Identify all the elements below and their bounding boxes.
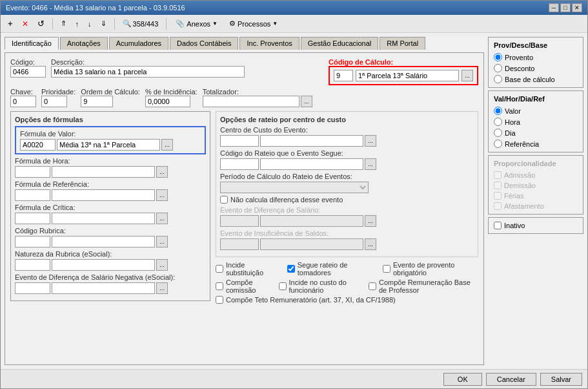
formula-valor-code-input[interactable] — [20, 139, 56, 151]
evento-provento-checkbox[interactable] — [383, 265, 390, 273]
ferias-checkbox[interactable] — [494, 192, 502, 200]
codigo-input[interactable] — [10, 66, 46, 78]
cancelar-button[interactable]: Cancelar — [486, 373, 536, 386]
evento-insuf-saldos-desc-input[interactable] — [260, 238, 363, 250]
nao-calcula-checkbox[interactable] — [220, 196, 228, 204]
prioridade-label: Prioridade: — [41, 88, 76, 96]
compoe-comissao-checkbox[interactable] — [216, 282, 223, 290]
compoe-teto-checkbox[interactable] — [216, 296, 223, 304]
codigo-rateio-browse-btn[interactable]: ... — [365, 158, 376, 170]
move-top-button[interactable]: ⇑ — [57, 17, 70, 30]
radio-dia[interactable] — [494, 129, 502, 137]
natureza-rubrica-browse-btn[interactable]: ... — [156, 259, 168, 271]
move-up-button[interactable]: ↑ — [72, 18, 83, 30]
evento-insuf-saldos-browse-btn[interactable]: ... — [365, 238, 376, 250]
close-button[interactable]: ✕ — [572, 3, 582, 12]
formula-referencia-browse-btn[interactable]: ... — [156, 189, 168, 201]
salvar-button[interactable]: Salvar — [540, 373, 582, 386]
processos-dropdown[interactable]: ⚙ Processos ▼ — [225, 17, 282, 30]
incide-substituicao-checkbox[interactable] — [216, 265, 223, 273]
tab-anotacoes[interactable]: Anotações — [60, 37, 108, 50]
codigo-label: Código: — [10, 58, 46, 66]
radio-hora[interactable] — [494, 118, 502, 126]
evento-dif-neg-browse-btn[interactable]: ... — [156, 282, 168, 294]
admissao-checkbox[interactable] — [494, 171, 502, 179]
evento-dif-salario-browse-btn[interactable]: ... — [365, 215, 376, 227]
natureza-rubrica-desc-input[interactable] — [52, 259, 155, 271]
segue-rateio-checkbox[interactable] — [287, 265, 295, 273]
formula-valor-desc-input[interactable] — [57, 139, 160, 151]
codigo-rateio-desc-input[interactable] — [260, 158, 363, 170]
nao-calcula-group: Não calcula diferença desse evento — [220, 196, 474, 204]
evento-dif-neg-code-input[interactable] — [15, 282, 50, 294]
totalizador-input[interactable] — [203, 96, 299, 107]
centro-custo-code-input[interactable] — [220, 135, 259, 147]
totalizador-browse-btn[interactable]: ... — [301, 96, 312, 107]
formula-critica-code-input[interactable] — [15, 213, 50, 224]
tab-acumuladores[interactable]: Acumuladores — [109, 37, 168, 50]
radio-base-calculo[interactable] — [494, 75, 502, 83]
campo-codigo-calculo: Código de Cálculo: ... — [329, 58, 478, 85]
tab-rm-portal[interactable]: RM Portal — [380, 37, 425, 50]
afastamento-checkbox[interactable] — [494, 202, 502, 210]
codigo-rateio-code-input[interactable] — [220, 158, 259, 170]
cb-afastamento-item: Afastamento — [494, 202, 578, 210]
tab-identificacao[interactable]: Identificação — [5, 37, 59, 50]
ordem-calculo-input[interactable] — [81, 96, 113, 107]
evento-dif-neg-desc-input[interactable] — [52, 282, 155, 294]
formula-critica-browse-btn[interactable]: ... — [156, 213, 168, 224]
formula-critica-desc-input[interactable] — [52, 213, 155, 224]
inativo-checkbox[interactable] — [494, 222, 502, 229]
evento-insuf-saldos-code-input[interactable] — [220, 238, 259, 250]
ok-button[interactable]: OK — [443, 373, 482, 386]
descricao-input[interactable] — [51, 66, 245, 78]
remove-button[interactable]: ✕ — [19, 17, 32, 30]
maximize-button[interactable]: □ — [560, 3, 571, 12]
minimize-button[interactable]: ─ — [549, 3, 559, 12]
codigo-rubrica-browse-btn[interactable]: ... — [156, 236, 168, 247]
search-button[interactable]: 🔍 358/443 — [119, 17, 162, 30]
anexos-dropdown[interactable]: 📎 Anexos ▼ — [171, 17, 222, 30]
codigo-calculo-desc-input[interactable] — [356, 70, 459, 81]
centro-custo-desc-input[interactable] — [260, 135, 363, 147]
refresh-button[interactable]: ↺ — [34, 17, 48, 30]
ferias-label: Férias — [504, 192, 524, 200]
chave-input[interactable] — [10, 96, 36, 107]
evento-dif-salario-desc-input[interactable] — [260, 215, 363, 227]
codigo-rubrica-code-input[interactable] — [15, 236, 50, 247]
formula-referencia-desc-input[interactable] — [52, 189, 155, 201]
prioridade-input[interactable] — [41, 96, 67, 107]
evento-dif-salario-code-input[interactable] — [220, 215, 259, 227]
formula-referencia-code-input[interactable] — [15, 189, 50, 201]
radio-valor[interactable] — [494, 107, 502, 115]
formula-hora-desc-input[interactable] — [52, 166, 155, 178]
formula-hora-browse-btn[interactable]: ... — [156, 166, 168, 178]
pct-incidencia-input[interactable] — [145, 96, 190, 107]
formula-valor-browse-btn[interactable]: ... — [161, 139, 173, 151]
evento-insuf-saldos-label: Evento de Insuficiência de Saldos: — [220, 229, 474, 237]
tab-inc-proventos[interactable]: Inc. Proventos — [239, 37, 299, 50]
move-bottom-button[interactable]: ⇓ — [97, 17, 110, 30]
inativo-panel: Inativo — [488, 217, 583, 234]
codigo-calculo-code-input[interactable] — [334, 70, 353, 81]
natureza-rubrica-code-input[interactable] — [15, 259, 50, 271]
periodo-calculo-select[interactable] — [220, 182, 369, 193]
radio-referencia[interactable] — [494, 140, 502, 148]
campo-pct-incidencia: % de Incidência: — [145, 88, 198, 107]
compoe-remuneracao-label: Compõe Remuneração Base de Professor — [379, 279, 478, 294]
toolbar: + ✕ ↺ ⇑ ↑ ↓ ⇓ 🔍 358/443 📎 Anexos ▼ — [1, 15, 587, 33]
ordem-calculo-label: Ordem de Cálculo: — [81, 88, 140, 96]
add-button[interactable]: + — [5, 17, 16, 30]
codigo-rubrica-desc-input[interactable] — [52, 236, 155, 247]
radio-desconto[interactable] — [494, 64, 502, 72]
radio-provento[interactable] — [494, 53, 502, 61]
move-down-button[interactable]: ↓ — [85, 18, 95, 30]
incide-custo-checkbox[interactable] — [279, 282, 287, 290]
formula-hora-code-input[interactable] — [15, 166, 50, 178]
centro-custo-browse-btn[interactable]: ... — [365, 135, 376, 147]
codigo-calculo-browse-btn[interactable]: ... — [461, 70, 473, 81]
compoe-remuneracao-checkbox[interactable] — [369, 282, 376, 290]
demissao-checkbox[interactable] — [494, 182, 502, 189]
tab-dados-contabeis[interactable]: Dados Contábeis — [170, 37, 238, 50]
tab-gestao-educacional[interactable]: Gestão Educacional — [301, 37, 378, 50]
